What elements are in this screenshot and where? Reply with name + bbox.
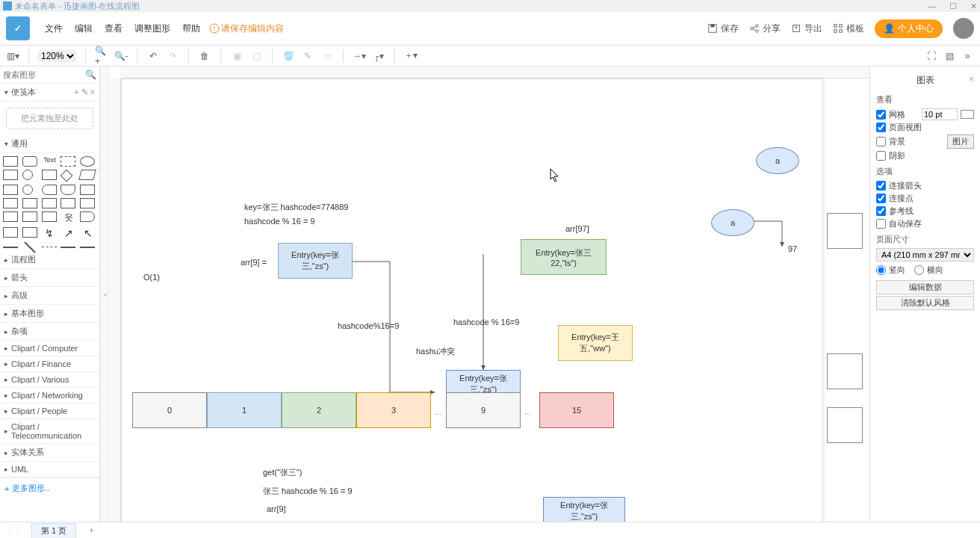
shape-line3[interactable] bbox=[61, 247, 75, 248]
more-shapes[interactable]: +更多图形.. bbox=[0, 477, 99, 498]
chk-guide[interactable] bbox=[876, 206, 886, 216]
shape-parallel[interactable] bbox=[78, 170, 96, 180]
shape-s13[interactable] bbox=[42, 211, 57, 222]
radio-portrait[interactable] bbox=[876, 265, 886, 275]
shape-circle[interactable] bbox=[22, 170, 33, 180]
shape-line1[interactable] bbox=[3, 247, 18, 248]
shape-s2[interactable] bbox=[22, 185, 33, 195]
chk-bg[interactable] bbox=[876, 137, 886, 146]
cell-0[interactable]: 0 bbox=[132, 392, 207, 428]
share-button[interactable]: 分享 bbox=[749, 22, 781, 35]
collapse-right-icon[interactable]: » bbox=[961, 49, 974, 63]
scratch-dropzone[interactable]: 把元素拖至此处 bbox=[6, 108, 93, 129]
cat-uml[interactable]: UML bbox=[0, 462, 99, 477]
shape-s8[interactable] bbox=[42, 198, 57, 208]
box-right-2[interactable] bbox=[827, 353, 863, 389]
shape-s10[interactable] bbox=[80, 198, 95, 208]
cat-telecom[interactable]: Clipart / Telecommunication bbox=[0, 419, 99, 444]
shape-s9[interactable] bbox=[61, 198, 75, 208]
section-scratch[interactable]: 便笺本 + ✎ × bbox=[0, 84, 99, 102]
chk-pageview[interactable] bbox=[876, 123, 886, 132]
shape-square[interactable] bbox=[3, 170, 18, 180]
undo-icon[interactable]: ↶ bbox=[146, 49, 160, 63]
shape-line4[interactable] bbox=[80, 247, 95, 248]
cell-2[interactable]: 2 bbox=[282, 392, 356, 428]
ellipse-a-2[interactable]: a bbox=[711, 209, 754, 236]
shape-s15[interactable] bbox=[3, 227, 18, 238]
chk-grid[interactable] bbox=[876, 110, 886, 120]
avatar[interactable] bbox=[953, 18, 974, 39]
shape-arrow-ne[interactable]: ↗ bbox=[61, 227, 77, 239]
shape-s7[interactable] bbox=[22, 198, 37, 208]
save-button[interactable]: 保存 bbox=[707, 22, 739, 35]
shape-s4[interactable] bbox=[61, 185, 75, 195]
shape-s1[interactable] bbox=[3, 185, 18, 195]
entry-zs3-box[interactable]: Entry(key=张三,"zs") bbox=[543, 497, 625, 522]
entry-zs-box[interactable]: Entry(key=张三,"zs") bbox=[278, 243, 353, 279]
splitter-left[interactable]: ◂ bbox=[100, 67, 109, 522]
shape-text[interactable]: Text bbox=[42, 156, 58, 167]
footer-drag-icon[interactable]: ⋮⋮ bbox=[6, 525, 22, 535]
shape-s5[interactable] bbox=[80, 185, 95, 195]
shape-ellipse[interactable] bbox=[80, 156, 95, 167]
zoom-select[interactable]: 120% bbox=[38, 50, 76, 62]
chk-conn-point[interactable] bbox=[876, 194, 886, 203]
shape-textbox[interactable] bbox=[61, 156, 75, 167]
menu-file[interactable]: 文件 bbox=[39, 22, 69, 35]
add-page-button[interactable]: ＋ bbox=[85, 525, 97, 537]
shape-s11[interactable] bbox=[3, 211, 18, 222]
radio-landscape[interactable] bbox=[914, 265, 924, 275]
panel-toggle-icon[interactable]: ▤ bbox=[943, 49, 956, 63]
menu-adjust[interactable]: 调整图形 bbox=[128, 22, 176, 35]
menu-help[interactable]: 帮助 bbox=[176, 22, 206, 35]
arrow-style-icon[interactable]: →▾ bbox=[353, 49, 366, 63]
pencil-icon[interactable]: ✎ bbox=[301, 49, 314, 63]
cell-3[interactable]: 3 bbox=[356, 392, 431, 428]
chk-conn-arrow[interactable] bbox=[876, 181, 886, 191]
to-back-icon[interactable]: ▢ bbox=[249, 49, 263, 63]
close-icon[interactable]: ✕ bbox=[970, 1, 977, 11]
maximize-icon[interactable]: ☐ bbox=[949, 1, 957, 11]
shape-rect[interactable] bbox=[3, 156, 18, 167]
search-icon[interactable]: 🔍 bbox=[85, 69, 96, 80]
template-button[interactable]: 模板 bbox=[833, 22, 864, 35]
delete-icon[interactable]: 🗑 bbox=[198, 49, 211, 63]
ellipse-a-1[interactable]: a bbox=[756, 147, 799, 174]
bg-image-button[interactable]: 图片 bbox=[947, 134, 974, 149]
to-front-icon[interactable]: ▣ bbox=[230, 49, 244, 63]
zoom-out-icon[interactable]: 🔍- bbox=[114, 49, 128, 63]
scratch-add-icon[interactable]: + bbox=[74, 87, 78, 97]
cat-misc[interactable]: 杂项 bbox=[0, 323, 99, 341]
shape-arrow-nw[interactable]: ↖ bbox=[80, 227, 96, 239]
redo-icon[interactable]: ↷ bbox=[166, 49, 179, 63]
section-general[interactable]: 通用 bbox=[0, 135, 99, 153]
cat-advanced[interactable]: 高级 bbox=[0, 287, 99, 305]
shape-dashed[interactable] bbox=[42, 247, 57, 247]
entry-ls-box[interactable]: Entry(key=张三22,"ls") bbox=[521, 239, 607, 275]
cat-people[interactable]: Clipart / People bbox=[0, 404, 99, 419]
box-right-3[interactable] bbox=[827, 407, 863, 443]
shape-s12[interactable] bbox=[22, 211, 37, 222]
profile-button[interactable]: 👤 个人中心 bbox=[875, 19, 943, 38]
shape-actor[interactable]: 웃 bbox=[61, 211, 77, 224]
edit-data-button[interactable]: 编辑数据 bbox=[876, 280, 974, 294]
box-right-1[interactable] bbox=[827, 213, 863, 249]
rect-icon[interactable]: ▭ bbox=[320, 49, 334, 63]
shape-process[interactable] bbox=[42, 170, 57, 180]
cat-arrow[interactable]: 箭头 bbox=[0, 269, 99, 287]
canvas-area[interactable]: O(1) key=张三 hashcode=774889 hashcode % 1… bbox=[109, 67, 869, 522]
chk-autosave[interactable] bbox=[876, 219, 886, 229]
export-button[interactable]: 导出 bbox=[791, 22, 822, 35]
shape-s3[interactable] bbox=[42, 185, 57, 195]
chk-shadow[interactable] bbox=[876, 151, 886, 161]
cell-9[interactable]: 9 bbox=[446, 392, 521, 428]
cat-flowchart[interactable]: 流程图 bbox=[0, 251, 99, 269]
search-input[interactable] bbox=[3, 70, 78, 79]
cat-finance[interactable]: Clipart / Finance bbox=[0, 356, 99, 372]
fill-icon[interactable]: 🪣 bbox=[282, 49, 295, 63]
cat-networking[interactable]: Clipart / Networking bbox=[0, 388, 99, 404]
copy-icon[interactable]: ▥▾ bbox=[6, 49, 19, 63]
cat-basic[interactable]: 基本图形 bbox=[0, 305, 99, 323]
shape-s16[interactable] bbox=[22, 227, 37, 238]
cat-computer[interactable]: Clipart / Computer bbox=[0, 341, 99, 356]
